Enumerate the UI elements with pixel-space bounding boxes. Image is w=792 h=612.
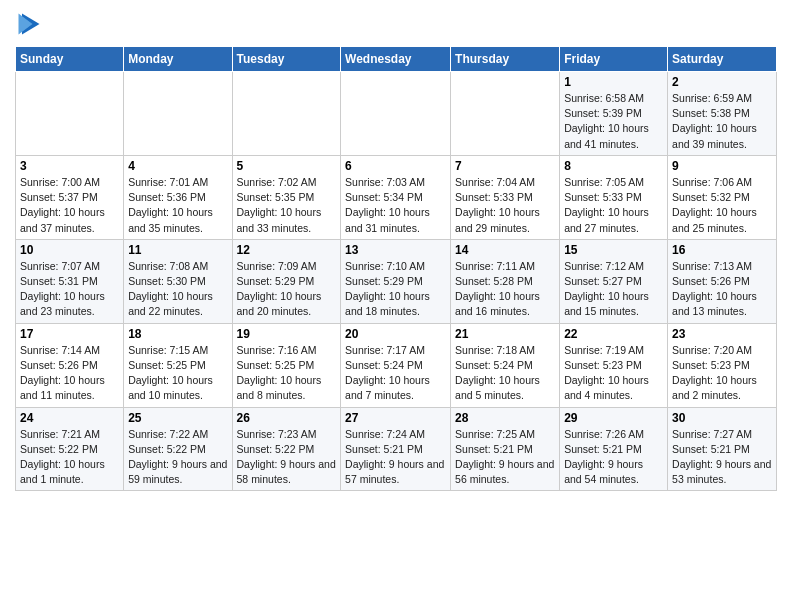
- weekday-header-saturday: Saturday: [668, 47, 777, 72]
- day-info: Sunrise: 7:09 AMSunset: 5:29 PMDaylight:…: [237, 259, 337, 320]
- day-info: Sunrise: 7:19 AMSunset: 5:23 PMDaylight:…: [564, 343, 663, 404]
- day-number: 25: [128, 411, 227, 425]
- day-number: 13: [345, 243, 446, 257]
- day-info: Sunrise: 6:59 AMSunset: 5:38 PMDaylight:…: [672, 91, 772, 152]
- calendar-cell: [341, 72, 451, 156]
- calendar-cell: 19Sunrise: 7:16 AMSunset: 5:25 PMDayligh…: [232, 323, 341, 407]
- day-info: Sunrise: 7:21 AMSunset: 5:22 PMDaylight:…: [20, 427, 119, 488]
- day-info: Sunrise: 7:07 AMSunset: 5:31 PMDaylight:…: [20, 259, 119, 320]
- calendar-cell: 26Sunrise: 7:23 AMSunset: 5:22 PMDayligh…: [232, 407, 341, 491]
- weekday-header-wednesday: Wednesday: [341, 47, 451, 72]
- day-info: Sunrise: 7:12 AMSunset: 5:27 PMDaylight:…: [564, 259, 663, 320]
- weekday-header-thursday: Thursday: [451, 47, 560, 72]
- day-number: 9: [672, 159, 772, 173]
- day-number: 26: [237, 411, 337, 425]
- calendar-cell: 30Sunrise: 7:27 AMSunset: 5:21 PMDayligh…: [668, 407, 777, 491]
- day-info: Sunrise: 7:13 AMSunset: 5:26 PMDaylight:…: [672, 259, 772, 320]
- calendar-cell: [16, 72, 124, 156]
- day-number: 28: [455, 411, 555, 425]
- page-header: [15, 10, 777, 38]
- day-number: 15: [564, 243, 663, 257]
- day-number: 18: [128, 327, 227, 341]
- calendar-cell: 3Sunrise: 7:00 AMSunset: 5:37 PMDaylight…: [16, 155, 124, 239]
- day-number: 17: [20, 327, 119, 341]
- day-number: 7: [455, 159, 555, 173]
- day-info: Sunrise: 7:23 AMSunset: 5:22 PMDaylight:…: [237, 427, 337, 488]
- day-number: 2: [672, 75, 772, 89]
- calendar-cell: [232, 72, 341, 156]
- day-number: 11: [128, 243, 227, 257]
- calendar-cell: 7Sunrise: 7:04 AMSunset: 5:33 PMDaylight…: [451, 155, 560, 239]
- day-number: 6: [345, 159, 446, 173]
- day-number: 14: [455, 243, 555, 257]
- calendar-cell: [451, 72, 560, 156]
- day-info: Sunrise: 7:16 AMSunset: 5:25 PMDaylight:…: [237, 343, 337, 404]
- day-info: Sunrise: 7:04 AMSunset: 5:33 PMDaylight:…: [455, 175, 555, 236]
- day-info: Sunrise: 7:03 AMSunset: 5:34 PMDaylight:…: [345, 175, 446, 236]
- calendar-cell: 9Sunrise: 7:06 AMSunset: 5:32 PMDaylight…: [668, 155, 777, 239]
- calendar-cell: 28Sunrise: 7:25 AMSunset: 5:21 PMDayligh…: [451, 407, 560, 491]
- day-number: 29: [564, 411, 663, 425]
- calendar-cell: 16Sunrise: 7:13 AMSunset: 5:26 PMDayligh…: [668, 239, 777, 323]
- logo: [15, 10, 47, 38]
- calendar-cell: 17Sunrise: 7:14 AMSunset: 5:26 PMDayligh…: [16, 323, 124, 407]
- day-number: 23: [672, 327, 772, 341]
- day-info: Sunrise: 7:25 AMSunset: 5:21 PMDaylight:…: [455, 427, 555, 488]
- calendar-cell: 18Sunrise: 7:15 AMSunset: 5:25 PMDayligh…: [124, 323, 232, 407]
- day-info: Sunrise: 7:02 AMSunset: 5:35 PMDaylight:…: [237, 175, 337, 236]
- day-number: 4: [128, 159, 227, 173]
- calendar-cell: 2Sunrise: 6:59 AMSunset: 5:38 PMDaylight…: [668, 72, 777, 156]
- day-info: Sunrise: 7:27 AMSunset: 5:21 PMDaylight:…: [672, 427, 772, 488]
- calendar-cell: 25Sunrise: 7:22 AMSunset: 5:22 PMDayligh…: [124, 407, 232, 491]
- weekday-header-sunday: Sunday: [16, 47, 124, 72]
- calendar-cell: 5Sunrise: 7:02 AMSunset: 5:35 PMDaylight…: [232, 155, 341, 239]
- calendar-cell: 20Sunrise: 7:17 AMSunset: 5:24 PMDayligh…: [341, 323, 451, 407]
- day-info: Sunrise: 7:22 AMSunset: 5:22 PMDaylight:…: [128, 427, 227, 488]
- day-info: Sunrise: 7:06 AMSunset: 5:32 PMDaylight:…: [672, 175, 772, 236]
- day-number: 10: [20, 243, 119, 257]
- day-info: Sunrise: 7:08 AMSunset: 5:30 PMDaylight:…: [128, 259, 227, 320]
- calendar-cell: 21Sunrise: 7:18 AMSunset: 5:24 PMDayligh…: [451, 323, 560, 407]
- calendar-cell: 10Sunrise: 7:07 AMSunset: 5:31 PMDayligh…: [16, 239, 124, 323]
- day-info: Sunrise: 7:20 AMSunset: 5:23 PMDaylight:…: [672, 343, 772, 404]
- day-info: Sunrise: 7:05 AMSunset: 5:33 PMDaylight:…: [564, 175, 663, 236]
- calendar-cell: 8Sunrise: 7:05 AMSunset: 5:33 PMDaylight…: [560, 155, 668, 239]
- calendar-cell: 15Sunrise: 7:12 AMSunset: 5:27 PMDayligh…: [560, 239, 668, 323]
- weekday-header-friday: Friday: [560, 47, 668, 72]
- day-number: 21: [455, 327, 555, 341]
- day-number: 22: [564, 327, 663, 341]
- calendar-cell: 14Sunrise: 7:11 AMSunset: 5:28 PMDayligh…: [451, 239, 560, 323]
- calendar-cell: 12Sunrise: 7:09 AMSunset: 5:29 PMDayligh…: [232, 239, 341, 323]
- calendar-cell: 24Sunrise: 7:21 AMSunset: 5:22 PMDayligh…: [16, 407, 124, 491]
- day-info: Sunrise: 7:17 AMSunset: 5:24 PMDaylight:…: [345, 343, 446, 404]
- day-number: 12: [237, 243, 337, 257]
- calendar-cell: 23Sunrise: 7:20 AMSunset: 5:23 PMDayligh…: [668, 323, 777, 407]
- calendar-cell: 1Sunrise: 6:58 AMSunset: 5:39 PMDaylight…: [560, 72, 668, 156]
- weekday-header-tuesday: Tuesday: [232, 47, 341, 72]
- calendar-table: SundayMondayTuesdayWednesdayThursdayFrid…: [15, 46, 777, 491]
- day-info: Sunrise: 7:18 AMSunset: 5:24 PMDaylight:…: [455, 343, 555, 404]
- calendar-cell: 27Sunrise: 7:24 AMSunset: 5:21 PMDayligh…: [341, 407, 451, 491]
- calendar-cell: 29Sunrise: 7:26 AMSunset: 5:21 PMDayligh…: [560, 407, 668, 491]
- calendar-cell: 4Sunrise: 7:01 AMSunset: 5:36 PMDaylight…: [124, 155, 232, 239]
- day-number: 19: [237, 327, 337, 341]
- day-number: 8: [564, 159, 663, 173]
- day-info: Sunrise: 7:24 AMSunset: 5:21 PMDaylight:…: [345, 427, 446, 488]
- logo-icon: [15, 10, 43, 38]
- day-info: Sunrise: 7:14 AMSunset: 5:26 PMDaylight:…: [20, 343, 119, 404]
- day-number: 24: [20, 411, 119, 425]
- day-info: Sunrise: 7:10 AMSunset: 5:29 PMDaylight:…: [345, 259, 446, 320]
- calendar-cell: 6Sunrise: 7:03 AMSunset: 5:34 PMDaylight…: [341, 155, 451, 239]
- day-number: 30: [672, 411, 772, 425]
- day-number: 5: [237, 159, 337, 173]
- day-info: Sunrise: 7:00 AMSunset: 5:37 PMDaylight:…: [20, 175, 119, 236]
- day-info: Sunrise: 7:01 AMSunset: 5:36 PMDaylight:…: [128, 175, 227, 236]
- day-info: Sunrise: 7:26 AMSunset: 5:21 PMDaylight:…: [564, 427, 663, 488]
- day-number: 3: [20, 159, 119, 173]
- day-info: Sunrise: 6:58 AMSunset: 5:39 PMDaylight:…: [564, 91, 663, 152]
- calendar-cell: 22Sunrise: 7:19 AMSunset: 5:23 PMDayligh…: [560, 323, 668, 407]
- weekday-header-monday: Monday: [124, 47, 232, 72]
- day-info: Sunrise: 7:11 AMSunset: 5:28 PMDaylight:…: [455, 259, 555, 320]
- calendar-cell: [124, 72, 232, 156]
- day-info: Sunrise: 7:15 AMSunset: 5:25 PMDaylight:…: [128, 343, 227, 404]
